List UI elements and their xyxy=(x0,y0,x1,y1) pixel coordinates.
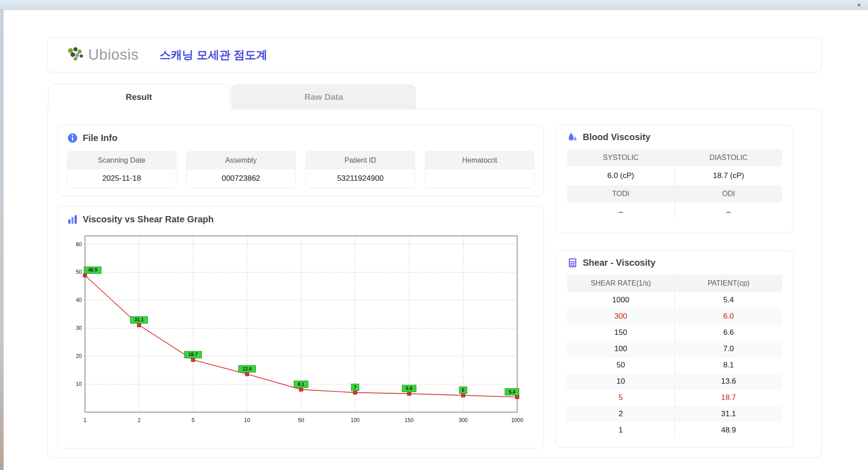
svg-text:1000: 1000 xyxy=(511,417,524,423)
svg-text:2: 2 xyxy=(137,417,141,423)
svg-text:300: 300 xyxy=(458,417,467,423)
table-row: 508.1 xyxy=(567,357,782,373)
patient-viscosity-cell: 18.7 xyxy=(675,390,782,406)
info-icon xyxy=(67,132,78,144)
table-row: 148.9 xyxy=(567,422,782,438)
svg-text:8.1: 8.1 xyxy=(298,381,305,387)
patient-viscosity-cell: 6.0 xyxy=(675,308,782,324)
shear-rate-cell: 1 xyxy=(567,422,675,438)
todi-label: TODI xyxy=(567,185,675,202)
svg-text:10: 10 xyxy=(76,381,82,387)
brand-logo: Ubiosis xyxy=(66,46,139,63)
graph-card: Viscosity vs Shear Rate Graph 1020304050… xyxy=(57,206,544,448)
table-row: 1013.6 xyxy=(567,373,782,390)
brand-name: Ubiosis xyxy=(88,46,139,63)
shear-viscosity-title: Shear - Viscosity xyxy=(583,258,656,268)
blood-viscosity-header: Blood Viscosity xyxy=(567,132,782,143)
shear-rate-cell: 1000 xyxy=(567,292,675,308)
todi-value: – xyxy=(567,202,675,221)
svg-text:50: 50 xyxy=(76,269,82,275)
svg-text:1: 1 xyxy=(84,417,87,423)
patient-viscosity-cell: 5.4 xyxy=(675,292,782,308)
file-info-card: File Info Scanning Date 2025-11-18 Assem… xyxy=(57,125,544,196)
shear-rate-column-header: SHEAR RATE(1/s) xyxy=(567,275,675,292)
odi-label: ODI xyxy=(675,185,782,202)
field-hematocrit: Hematocrit xyxy=(425,151,534,188)
shear-rate-cell: 100 xyxy=(567,341,675,357)
svg-text:5.4: 5.4 xyxy=(509,389,515,395)
field-label: Scanning Date xyxy=(67,151,176,169)
bar-chart-icon xyxy=(67,214,78,225)
field-value: 2025-11-18 xyxy=(67,169,176,188)
table-icon xyxy=(567,257,578,268)
shear-viscosity-card: Shear - Viscosity SHEAR RATE(1/s) PATIEN… xyxy=(556,250,793,447)
field-assembly: Assembly 000723862 xyxy=(186,151,296,188)
odi-value: – xyxy=(675,202,782,221)
patient-viscosity-cell: 8.1 xyxy=(675,357,782,373)
field-value xyxy=(425,169,534,188)
table-row: 1506.6 xyxy=(567,324,782,341)
patient-viscosity-cell: 7.0 xyxy=(675,341,782,357)
field-label: Patient ID xyxy=(306,151,415,169)
svg-text:40: 40 xyxy=(76,297,82,303)
page-title: 스캐닝 모세관 점도계 xyxy=(160,47,268,62)
graph-header: Viscosity vs Shear Rate Graph xyxy=(67,214,534,225)
svg-text:5: 5 xyxy=(192,417,195,423)
shear-table-header: SHEAR RATE(1/s) PATIENT(cp) xyxy=(567,275,782,292)
field-patient-id: Patient ID 53211924900 xyxy=(306,151,415,188)
field-scanning-date: Scanning Date 2025-11-18 xyxy=(67,151,176,188)
table-row: 231.1 xyxy=(567,406,782,422)
svg-text:60: 60 xyxy=(76,241,82,248)
blood-viscosity-title: Blood Viscosity xyxy=(583,132,651,142)
svg-text:13.6: 13.6 xyxy=(242,366,252,371)
systolic-label: SYSTOLIC xyxy=(567,149,675,166)
patient-viscosity-cell: 48.9 xyxy=(675,422,782,438)
svg-text:150: 150 xyxy=(405,417,414,423)
shear-rate-cell: 150 xyxy=(567,324,675,341)
viscosity-chart: 1020304050601251050100150300100048.931.1… xyxy=(69,230,533,427)
shear-table: SHEAR RATE(1/s) PATIENT(cp) 10005.43006.… xyxy=(567,275,782,438)
svg-text:50: 50 xyxy=(298,417,304,423)
tab-result[interactable]: Result xyxy=(48,84,230,110)
blood-viscosity-table: SYSTOLIC DIASTOLIC 6.0 (cP) 18.7 (cP) TO… xyxy=(567,149,782,221)
window-titlebar: × xyxy=(0,0,868,10)
field-label: Assembly xyxy=(187,151,295,169)
blood-viscosity-card: Blood Viscosity SYSTOLIC DIASTOLIC 6.0 (… xyxy=(556,125,793,233)
table-row: 1007.0 xyxy=(567,341,782,357)
shear-rate-cell: 300 xyxy=(567,308,675,324)
result-panel: File Info Scanning Date 2025-11-18 Assem… xyxy=(47,109,822,458)
shear-rate-cell: 2 xyxy=(567,406,675,422)
app-window: Ubiosis 스캐닝 모세관 점도계 Result Raw Data File… xyxy=(4,10,868,470)
shear-viscosity-header: Shear - Viscosity xyxy=(567,257,782,268)
graph-title: Viscosity vs Shear Rate Graph xyxy=(83,214,214,225)
svg-text:7: 7 xyxy=(354,385,357,390)
tab-raw-data[interactable]: Raw Data xyxy=(231,85,416,109)
shear-rate-cell: 5 xyxy=(567,390,675,406)
patient-viscosity-cell: 31.1 xyxy=(675,406,782,422)
patient-viscosity-cell: 13.6 xyxy=(675,373,782,390)
field-value: 000723862 xyxy=(187,169,295,188)
svg-text:31.1: 31.1 xyxy=(134,317,144,322)
shear-rate-cell: 50 xyxy=(567,357,675,373)
shear-rate-cell: 10 xyxy=(567,373,675,390)
field-label: Hematocrit xyxy=(425,151,534,169)
patient-column-header: PATIENT(cp) xyxy=(675,275,782,292)
droplet-icon xyxy=(567,132,578,143)
svg-text:10: 10 xyxy=(244,417,250,423)
svg-text:48.9: 48.9 xyxy=(88,267,98,273)
app-header: Ubiosis 스캐닝 모세관 점도계 xyxy=(47,37,822,72)
svg-text:6.6: 6.6 xyxy=(406,385,413,391)
window-close-button[interactable]: × xyxy=(854,0,863,9)
svg-text:100: 100 xyxy=(350,417,359,423)
patient-viscosity-cell: 6.6 xyxy=(675,324,782,341)
field-value: 53211924900 xyxy=(306,169,415,188)
table-row: 518.7 xyxy=(567,390,782,406)
chart-box: 1020304050601251050100150300100048.931.1… xyxy=(69,230,534,428)
diastolic-label: DIASTOLIC xyxy=(675,149,782,166)
svg-text:20: 20 xyxy=(76,353,82,359)
file-info-fields: Scanning Date 2025-11-18 Assembly 000723… xyxy=(67,151,534,188)
file-info-header: File Info xyxy=(67,132,534,144)
shear-table-body: 10005.43006.01506.61007.0508.11013.6518.… xyxy=(567,292,782,438)
svg-text:30: 30 xyxy=(76,325,82,331)
diastolic-value: 18.7 (cP) xyxy=(675,166,782,185)
